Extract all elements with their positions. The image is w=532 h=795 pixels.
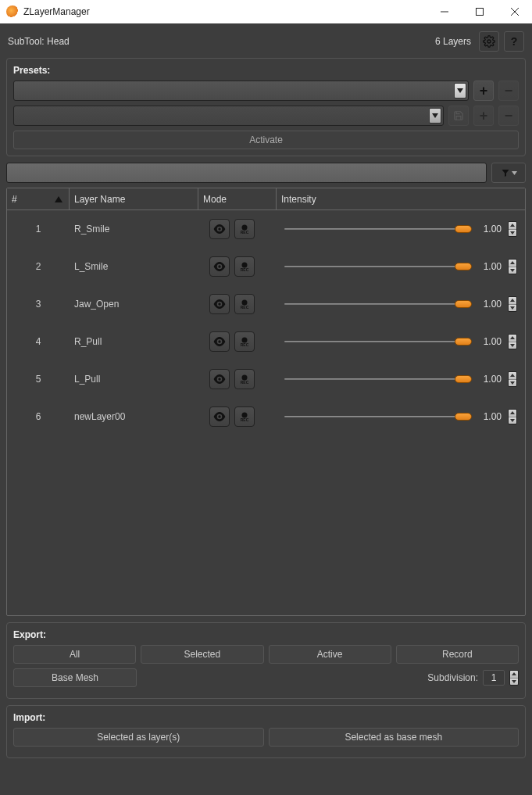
- preset-select[interactable]: [13, 106, 444, 126]
- add-preset-button[interactable]: +: [473, 106, 494, 126]
- export-title: Export:: [13, 629, 519, 640]
- slider-thumb[interactable]: [455, 413, 472, 421]
- spinner-up-icon[interactable]: [509, 335, 516, 342]
- spinner-up-icon[interactable]: [509, 222, 516, 230]
- activate-button[interactable]: Activate: [13, 131, 519, 149]
- intensity-slider[interactable]: [284, 334, 472, 349]
- presets-panel: Presets: + − + − Activate: [6, 58, 526, 156]
- minimize-button[interactable]: [427, 0, 462, 23]
- export-record-button[interactable]: Record: [396, 645, 519, 664]
- plus-icon: +: [480, 83, 488, 99]
- import-as-layers-button[interactable]: Selected as layer(s): [13, 728, 264, 747]
- spinner-down-icon[interactable]: [509, 417, 516, 424]
- intensity-spinner[interactable]: [508, 334, 517, 349]
- visibility-toggle[interactable]: [209, 369, 230, 389]
- record-toggle[interactable]: REC: [234, 219, 255, 239]
- column-header-number[interactable]: #: [7, 188, 70, 209]
- spinner-up-icon[interactable]: [509, 260, 516, 267]
- help-button[interactable]: ?: [504, 31, 524, 52]
- layer-row[interactable]: 6newLayer00REC1.00: [7, 398, 525, 435]
- close-button[interactable]: [497, 0, 532, 23]
- save-preset-button[interactable]: [448, 106, 469, 126]
- slider-thumb[interactable]: [455, 375, 472, 383]
- intensity-spinner[interactable]: [508, 296, 517, 312]
- record-toggle[interactable]: REC: [234, 406, 255, 427]
- visibility-toggle[interactable]: [209, 294, 230, 314]
- svg-point-25: [218, 340, 220, 342]
- spinner-down-icon[interactable]: [509, 305, 516, 312]
- layer-row[interactable]: 2L_SmileREC1.00: [7, 248, 525, 285]
- layer-row[interactable]: 3Jaw_OpenREC1.00: [7, 285, 525, 323]
- slider-thumb[interactable]: [455, 263, 472, 270]
- svg-marker-8: [512, 171, 517, 175]
- grid-header: # Layer Name Mode Intensity: [7, 188, 525, 210]
- intensity-slider[interactable]: [284, 296, 472, 312]
- import-as-basemesh-button[interactable]: Selected as base mesh: [269, 728, 520, 747]
- spinner-up-icon[interactable]: [509, 372, 516, 380]
- remove-group-button[interactable]: −: [498, 81, 519, 101]
- maximize-button[interactable]: [462, 0, 497, 23]
- add-group-button[interactable]: +: [473, 81, 494, 101]
- export-active-button[interactable]: Active: [269, 645, 391, 664]
- spinner-up-icon[interactable]: [510, 671, 518, 679]
- spinner-down-icon[interactable]: [510, 679, 518, 686]
- preset-group-select[interactable]: [13, 81, 469, 101]
- spinner-down-icon[interactable]: [509, 380, 516, 387]
- svg-text:REC: REC: [241, 380, 249, 385]
- intensity-spinner[interactable]: [508, 371, 517, 387]
- slider-thumb[interactable]: [455, 225, 472, 233]
- subdivision-spinner[interactable]: [509, 670, 519, 686]
- slider-thumb[interactable]: [455, 338, 472, 346]
- intensity-spinner[interactable]: [508, 221, 517, 237]
- column-header-name[interactable]: Layer Name: [70, 188, 198, 209]
- spinner-up-icon[interactable]: [509, 297, 516, 305]
- layer-row[interactable]: 4R_PullREC1.00: [7, 323, 525, 360]
- visibility-toggle[interactable]: [209, 219, 230, 239]
- intensity-slider[interactable]: [284, 259, 472, 274]
- subdivision-label: Subdivision:: [427, 672, 478, 683]
- svg-marker-18: [510, 261, 515, 264]
- spinner-up-icon[interactable]: [509, 410, 516, 417]
- svg-marker-40: [512, 672, 516, 675]
- intensity-slider[interactable]: [284, 409, 472, 424]
- column-header-intensity[interactable]: Intensity: [277, 188, 525, 209]
- intensity-value: 1.00: [478, 299, 502, 310]
- svg-point-30: [218, 378, 220, 380]
- record-toggle[interactable]: REC: [234, 369, 255, 389]
- layer-row[interactable]: 1R_SmileREC1.00: [7, 210, 525, 248]
- remove-preset-button[interactable]: −: [498, 106, 519, 126]
- eye-icon: [213, 374, 226, 384]
- svg-marker-13: [510, 224, 515, 227]
- layer-grid: # Layer Name Mode Intensity 1R_SmileREC1…: [6, 188, 526, 616]
- export-panel: Export: All Selected Active Record Base …: [6, 622, 526, 699]
- slider-thumb[interactable]: [455, 300, 472, 308]
- subdivision-value[interactable]: 1: [483, 670, 505, 686]
- record-toggle[interactable]: REC: [234, 294, 255, 314]
- record-toggle[interactable]: REC: [234, 256, 255, 277]
- svg-marker-34: [510, 381, 515, 385]
- intensity-spinner[interactable]: [508, 259, 517, 274]
- export-basemesh-button[interactable]: Base Mesh: [13, 668, 137, 687]
- settings-button[interactable]: [479, 31, 499, 52]
- intensity-value: 1.00: [478, 336, 502, 347]
- intensity-slider[interactable]: [284, 221, 472, 237]
- intensity-spinner[interactable]: [508, 409, 517, 424]
- visibility-toggle[interactable]: [209, 256, 230, 277]
- spinner-down-icon[interactable]: [509, 230, 516, 237]
- record-toggle[interactable]: REC: [234, 331, 255, 352]
- intensity-value: 1.00: [478, 261, 502, 272]
- filter-input[interactable]: [6, 163, 487, 183]
- visibility-toggle[interactable]: [209, 406, 230, 427]
- eye-icon: [213, 412, 226, 421]
- export-all-button[interactable]: All: [13, 645, 136, 664]
- filter-button[interactable]: [491, 163, 526, 183]
- layer-row[interactable]: 5L_PullREC1.00: [7, 360, 525, 398]
- import-panel: Import: Selected as layer(s) Selected as…: [6, 705, 526, 758]
- svg-marker-38: [510, 411, 515, 414]
- spinner-down-icon[interactable]: [509, 342, 516, 349]
- intensity-slider[interactable]: [284, 371, 472, 387]
- export-selected-button[interactable]: Selected: [141, 645, 263, 664]
- column-header-mode[interactable]: Mode: [198, 188, 277, 209]
- spinner-down-icon[interactable]: [509, 267, 516, 274]
- visibility-toggle[interactable]: [209, 331, 230, 352]
